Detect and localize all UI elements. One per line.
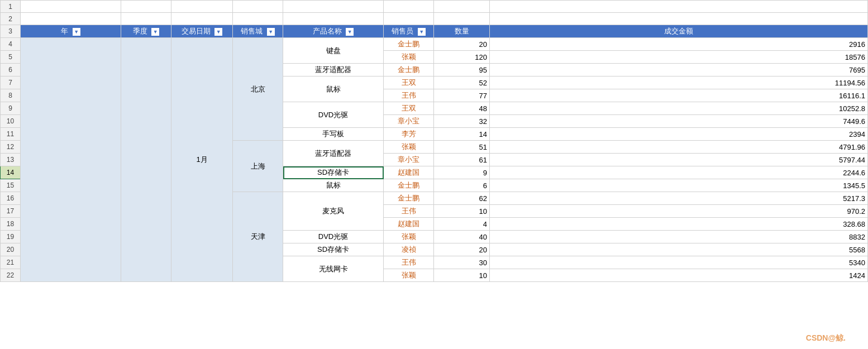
amount-cell: 5797.44 xyxy=(490,154,868,166)
city-tianjin: 天津 xyxy=(233,192,283,282)
seller-cell: 李芳 xyxy=(384,128,434,141)
product-dvd2: DVD光驱 xyxy=(283,231,384,243)
rownum-11: 11 xyxy=(1,128,21,141)
rownum-3: 3 xyxy=(1,25,21,38)
qty-cell: 20 xyxy=(434,243,490,256)
rownum-6: 6 xyxy=(1,64,21,77)
product-mouse: 鼠标 xyxy=(283,77,384,102)
header-row: 3 年 ▼ 季度 ▼ 交易日期 ▼ 销售城 ▼ 产品名称 ▼ 销售员 xyxy=(1,25,868,38)
city-shanghai: 上海 xyxy=(233,141,283,192)
spreadsheet: 1 2 3 年 ▼ xyxy=(0,0,868,349)
seller-cell: 张颖 xyxy=(384,269,434,282)
filter-year-icon[interactable]: ▼ xyxy=(73,28,80,36)
table-row: 4 1月 北京 键盘 金士鹏 20 2916 xyxy=(1,38,868,51)
rownum-13: 13 xyxy=(1,154,21,166)
city-beijing: 北京 xyxy=(233,38,283,141)
product-sdcard2: SD存储卡 xyxy=(283,243,384,256)
product-mic: 麦克风 xyxy=(283,192,384,231)
qty-cell: 20 xyxy=(434,38,490,51)
amount-cell: 2916 xyxy=(490,38,868,51)
qty-cell: 30 xyxy=(434,256,490,269)
rownum-16: 16 xyxy=(1,192,21,205)
qty-cell: 48 xyxy=(434,102,490,115)
qty-cell: 51 xyxy=(434,141,490,154)
qty-cell: 40 xyxy=(434,231,490,243)
header-date: 交易日期 ▼ xyxy=(171,25,233,38)
amount-cell: 11194.56 xyxy=(490,77,868,89)
rownum-4: 4 xyxy=(1,38,21,51)
seller-cell: 金士鹏 xyxy=(384,192,434,205)
rownum-22: 22 xyxy=(1,269,21,282)
qty-cell: 95 xyxy=(434,64,490,77)
header-year: 年 ▼ xyxy=(21,25,121,38)
qty-cell: 14 xyxy=(434,128,490,141)
product-keyboard: 键盘 xyxy=(283,38,384,64)
rownum-8: 8 xyxy=(1,89,21,102)
amount-cell: 8832 xyxy=(490,231,868,243)
seller-cell: 王伟 xyxy=(384,256,434,269)
seller-cell: 王双 xyxy=(384,102,434,115)
seller-cell: 王伟 xyxy=(384,205,434,218)
qty-cell: 6 xyxy=(434,179,490,192)
row-1: 1 xyxy=(1,1,868,13)
date-cell: 1月 xyxy=(171,38,233,282)
product-sdcard[interactable]: SD存储卡 xyxy=(283,166,384,179)
product-bluetooth2: 蓝牙适配器 xyxy=(283,141,384,166)
rownum-2: 2 xyxy=(1,13,21,25)
amount-cell: 7449.6 xyxy=(490,115,868,128)
seller-cell: 金士鹏 xyxy=(384,179,434,192)
amount-cell: 5217.3 xyxy=(490,192,868,205)
amount-cell: 16116.1 xyxy=(490,89,868,102)
amount-cell: 10252.8 xyxy=(490,102,868,115)
header-amount: 成交金额 xyxy=(490,25,868,38)
amount-cell: 2244.6 xyxy=(490,166,868,179)
rownum-10: 10 xyxy=(1,115,21,128)
qty-cell: 9 xyxy=(434,166,490,179)
product-bluetooth: 蓝牙适配器 xyxy=(283,64,384,77)
rownum-21: 21 xyxy=(1,256,21,269)
amount-cell: 18576 xyxy=(490,51,868,64)
rownum-18: 18 xyxy=(1,218,21,231)
qty-cell: 10 xyxy=(434,269,490,282)
qty-cell: 52 xyxy=(434,77,490,89)
header-qty: 数量 xyxy=(434,25,490,38)
seller-cell: 金士鹏 xyxy=(384,38,434,51)
rownum-17: 17 xyxy=(1,205,21,218)
seller-cell: 王伟 xyxy=(384,89,434,102)
filter-seller-icon[interactable]: ▼ xyxy=(418,28,426,36)
filter-product-icon[interactable]: ▼ xyxy=(346,28,354,36)
qty-cell: 61 xyxy=(434,154,490,166)
amount-cell: 5568 xyxy=(490,243,868,256)
filter-quarter-icon[interactable]: ▼ xyxy=(151,28,159,36)
seller-cell: 赵建国 xyxy=(384,218,434,231)
year-cell xyxy=(21,38,121,282)
amount-cell: 4791.96 xyxy=(490,141,868,154)
quarter-cell xyxy=(121,38,171,282)
seller-cell: 章小宝 xyxy=(384,115,434,128)
qty-cell: 120 xyxy=(434,51,490,64)
header-quarter: 季度 ▼ xyxy=(121,25,171,38)
header-city: 销售城 ▼ xyxy=(233,25,283,38)
amount-cell: 7695 xyxy=(490,64,868,77)
filter-city-icon[interactable]: ▼ xyxy=(267,28,275,36)
product-wifi: 无线网卡 xyxy=(283,256,384,282)
product-tablet: 手写板 xyxy=(283,128,384,141)
product-dvd: DVD光驱 xyxy=(283,102,384,128)
seller-cell: 张颖 xyxy=(384,51,434,64)
header-product: 产品名称 ▼ xyxy=(283,25,384,38)
filter-date-icon[interactable]: ▼ xyxy=(214,28,222,36)
seller-cell: 赵建国 xyxy=(384,166,434,179)
qty-cell: 77 xyxy=(434,89,490,102)
watermark: CSDN@鲸. xyxy=(806,333,846,343)
rownum-1: 1 xyxy=(1,1,21,13)
seller-cell: 王双 xyxy=(384,77,434,89)
rownum-14: 14 xyxy=(1,166,21,179)
amount-cell: 970.2 xyxy=(490,205,868,218)
rownum-19: 19 xyxy=(1,231,21,243)
seller-cell: 凌祯 xyxy=(384,243,434,256)
seller-cell: 张颖 xyxy=(384,231,434,243)
qty-cell: 62 xyxy=(434,192,490,205)
qty-cell: 32 xyxy=(434,115,490,128)
qty-cell: 10 xyxy=(434,205,490,218)
amount-cell: 1345.5 xyxy=(490,179,868,192)
